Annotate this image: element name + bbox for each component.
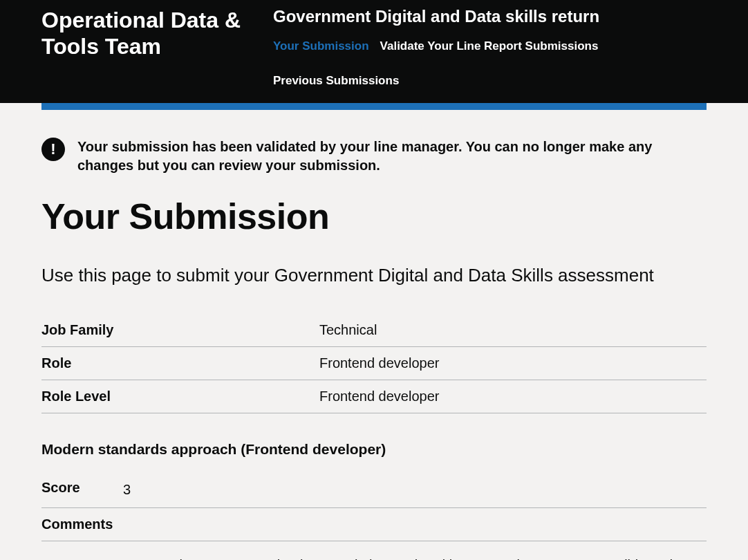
nav-your-submission[interactable]: Your Submission: [273, 35, 369, 58]
score-label: Score: [41, 480, 123, 499]
summary-key: Role Level: [41, 389, 319, 404]
main-content: ! Your submission has been validated by …: [0, 110, 748, 560]
nav-validate-line-reports[interactable]: Validate Your Line Report Submissions: [380, 35, 599, 58]
primary-nav: Your Submission Validate Your Line Repor…: [273, 35, 707, 93]
skill-detail-list: Score 3 Comments: [41, 472, 707, 541]
page-description: Use this page to submit your Government …: [41, 265, 707, 286]
service-name: Government Digital and Data skills retur…: [273, 7, 707, 26]
header-divider: [41, 103, 707, 110]
notification-banner: ! Your submission has been validated by …: [41, 138, 707, 175]
detail-row-comments: Comments: [41, 508, 707, 541]
summary-row-job-family: Job Family Technical: [41, 314, 707, 347]
summary-value: Frontend developer: [319, 355, 439, 371]
exclamation-icon: !: [41, 138, 65, 161]
summary-value: Technical: [319, 322, 377, 338]
detail-row-score: Score 3: [41, 472, 707, 508]
summary-key: Role: [41, 355, 319, 371]
page-title: Your Submission: [41, 196, 707, 237]
summary-value: Frontend developer: [319, 389, 439, 404]
summary-row-role: Role Frontend developer: [41, 347, 707, 380]
summary-row-role-level: Role Level Frontend developer: [41, 380, 707, 413]
app-header: Operational Data & Tools Team Government…: [0, 0, 748, 103]
summary-key: Job Family: [41, 322, 319, 338]
header-team: Operational Data & Tools Team: [41, 7, 273, 60]
score-value: 3: [123, 480, 131, 499]
team-name: Operational Data & Tools Team: [41, 7, 273, 60]
nav-previous-submissions[interactable]: Previous Submissions: [273, 69, 399, 93]
header-service: Government Digital and Data skills retur…: [273, 7, 707, 93]
summary-list: Job Family Technical Role Frontend devel…: [41, 314, 707, 413]
notification-text: Your submission has been validated by yo…: [77, 138, 707, 175]
skill-heading: Modern standards approach (Frontend deve…: [41, 441, 707, 458]
comments-label: Comments: [41, 516, 123, 532]
comments-body: GOV.UK has to use a technology stack tha…: [41, 541, 707, 560]
